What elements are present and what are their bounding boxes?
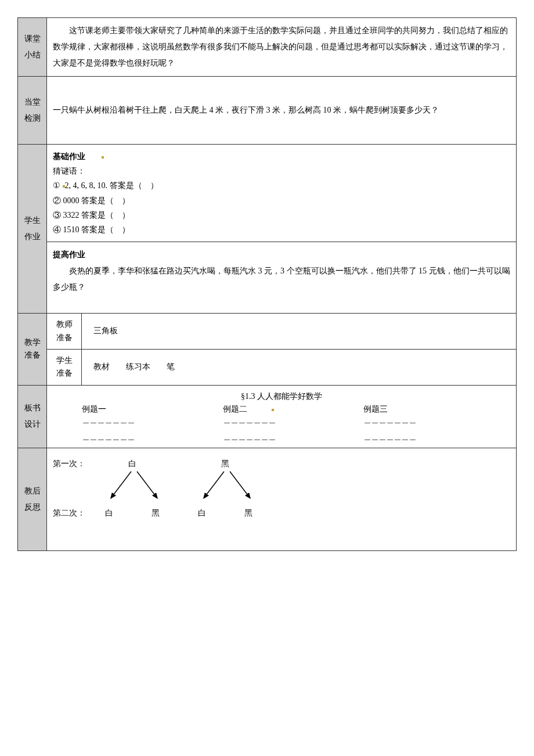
- reflect-label: 教后反思: [18, 448, 47, 551]
- homework-basic: 基础作业 猜谜语： ① 2, 4, 6, 8, 10. 答案是（ ） ② 000…: [47, 145, 517, 242]
- underline: ＿＿＿＿＿＿＿: [211, 413, 352, 426]
- hw-riddle: 猜谜语：: [53, 164, 510, 178]
- board-title: §1.3 人人都能学好数学: [53, 390, 510, 403]
- quiz-label: 当堂检测: [18, 77, 47, 145]
- prep-student-row: 学生准备 教材 练习本 笔: [18, 349, 517, 385]
- svg-line-2: [204, 471, 224, 498]
- reflect-white-1: 白: [128, 456, 136, 472]
- board-row: 板书设计 §1.3 人人都能学好数学 例题一 例题二 例题三 ＿＿＿＿＿＿＿ ＿…: [18, 385, 517, 448]
- prep-student-value: 教材 练习本 笔: [82, 349, 517, 385]
- reflect-black-2a: 黑: [151, 505, 160, 521]
- board-content: §1.3 人人都能学好数学 例题一 例题二 例题三 ＿＿＿＿＿＿＿ ＿＿＿＿＿＿…: [47, 385, 517, 448]
- prep-student-label: 学生准备: [47, 349, 82, 385]
- svg-line-3: [230, 471, 250, 498]
- summary-row: 课堂小结 这节课老师主要带领大家研究了几种简单的来源于生活的数学实际问题，并且通…: [18, 18, 517, 77]
- hw-adv-text: 炎热的夏季，李华和张猛在路边买汽水喝，每瓶汽水 3 元，3 个空瓶可以换一瓶汽水…: [53, 263, 510, 296]
- underline: ＿＿＿＿＿＿＿: [352, 430, 493, 443]
- svg-line-1: [137, 471, 157, 498]
- decorative-dot: [102, 156, 104, 159]
- homework-basic-row: 学生作业 基础作业 猜谜语： ① 2, 4, 6, 8, 10. 答案是（ ） …: [18, 145, 517, 242]
- underline: ＿＿＿＿＿＿＿: [70, 413, 211, 426]
- reflect-row1-label: 第一次：: [53, 456, 85, 472]
- prep-label: 教学准备: [18, 314, 47, 386]
- decorative-dot: [272, 409, 274, 411]
- reflect-row2-label: 第二次：: [53, 505, 85, 521]
- quiz-row: 当堂检测 一只蜗牛从树根沿着树干往上爬，白天爬上 4 米，夜行下滑 3 米，那么…: [18, 77, 517, 145]
- reflect-black-1: 黑: [221, 456, 229, 472]
- homework-advanced: 提高作业 炎热的夏季，李华和张猛在路边买汽水喝，每瓶汽水 3 元，3 个空瓶可以…: [47, 242, 517, 314]
- homework-advanced-row: 提高作业 炎热的夏季，李华和张猛在路边买汽水喝，每瓶汽水 3 元，3 个空瓶可以…: [18, 242, 517, 314]
- hw-item2: ② 0000 答案是（ ）: [53, 193, 510, 208]
- svg-line-0: [111, 471, 131, 498]
- board-label: 板书设计: [18, 385, 47, 448]
- summary-content: 这节课老师主要带领大家研究了几种简单的来源于生活的数学实际问题，并且通过全班同学…: [47, 18, 517, 77]
- reflect-content: 第一次： 白 黑 第二次： 白 黑 白: [47, 448, 517, 551]
- underline: ＿＿＿＿＿＿＿: [70, 430, 211, 443]
- lesson-plan-table: 课堂小结 这节课老师主要带领大家研究了几种简单的来源于生活的数学实际问题，并且通…: [17, 17, 517, 551]
- underline: ＿＿＿＿＿＿＿: [352, 413, 493, 426]
- reflect-white-2b: 白: [198, 505, 206, 521]
- hw-item1: ① 2, 4, 6, 8, 10. 答案是（ ）: [53, 178, 510, 193]
- reflect-black-2b: 黑: [244, 505, 252, 521]
- prep-teacher-value: 三角板: [82, 314, 517, 350]
- prep-teacher-label: 教师准备: [47, 314, 82, 350]
- summary-label: 课堂小结: [18, 18, 47, 77]
- quiz-content: 一只蜗牛从树根沿着树干往上爬，白天爬上 4 米，夜行下滑 3 米，那么树高 10…: [47, 77, 517, 145]
- hw-item4: ④ 1510 答案是（ ）: [53, 222, 510, 237]
- underline: ＿＿＿＿＿＿＿: [211, 430, 352, 443]
- hw-adv-title: 提高作业: [53, 247, 510, 263]
- arrow-icon: [93, 470, 256, 502]
- reflect-white-2a: 白: [105, 505, 113, 521]
- reflect-row: 教后反思 第一次： 白 黑 第二次：: [18, 448, 517, 551]
- hw-item3: ③ 3322 答案是（ ）: [53, 208, 510, 222]
- hw-basic-title: 基础作业: [53, 152, 85, 161]
- homework-label: 学生作业: [18, 145, 47, 314]
- prep-teacher-row: 教学准备 教师准备 三角板: [18, 314, 517, 350]
